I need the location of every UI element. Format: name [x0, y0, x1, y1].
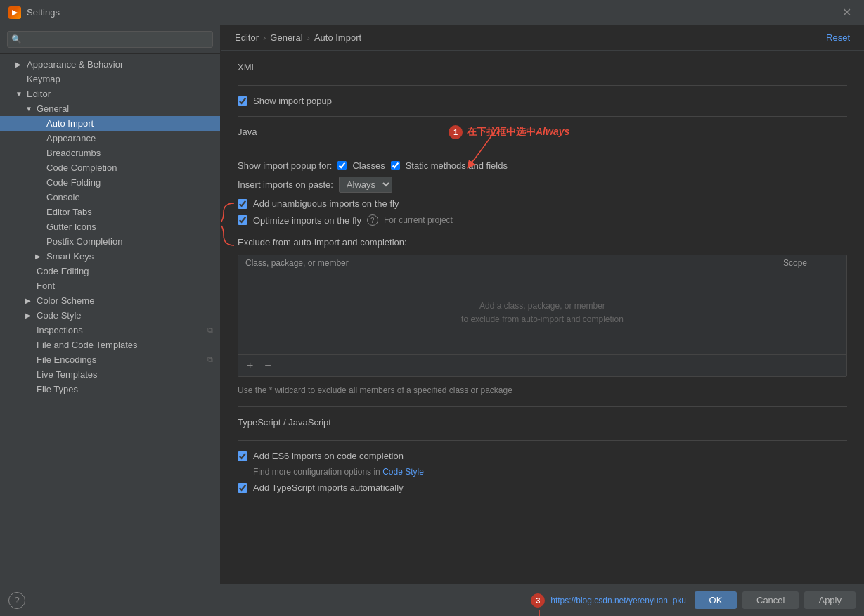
cancel-button[interactable]: Cancel: [742, 591, 799, 609]
sidebar-item-file-encodings[interactable]: File Encodings ⧉: [0, 352, 220, 367]
xml-section-title: XML: [238, 62, 847, 75]
exclude-label: Exclude from auto-import and completion:: [238, 237, 847, 248]
sidebar-item-postfix-completion[interactable]: Postfix Completion: [0, 234, 220, 249]
annotation1-container: 1 在下拉框中选中Always Show import popup for:: [238, 160, 847, 171]
optimize-imports-row: Optimize imports on the fly ? For curren…: [238, 214, 847, 226]
search-wrapper: 🔍: [7, 31, 213, 48]
copy-icon: ⧉: [207, 326, 213, 335]
sidebar-item-color-scheme[interactable]: ▶ Color Scheme: [0, 293, 220, 308]
es6-imports-row: Add ES6 imports on code completion: [238, 451, 847, 461]
sidebar-item-label: Appearance: [46, 133, 96, 143]
sidebar-item-label: Breadcrumbs: [46, 148, 101, 158]
sidebar-item-editor[interactable]: ▼ Editor: [0, 86, 220, 101]
sidebar-item-label: Code Completion: [46, 162, 117, 173]
sidebar-item-live-templates[interactable]: Live Templates: [0, 367, 220, 382]
breadcrumb-separator: ›: [263, 32, 266, 43]
exclude-section: Exclude from auto-import and completion:…: [238, 237, 847, 397]
sidebar-item-console[interactable]: Console: [0, 190, 220, 205]
typescript-section-title: TypeScript / JavaScript: [238, 417, 847, 430]
add-typescript-checkbox[interactable]: [238, 483, 247, 493]
show-import-popup-row: Show import popup for: Classes Static me…: [238, 160, 847, 171]
app-icon: ▶: [8, 6, 21, 19]
sidebar-tree: ▶ Appearance & Behavior Keymap ▼ Editor …: [0, 54, 220, 584]
sidebar-item-file-types[interactable]: File Types: [0, 382, 220, 397]
sidebar-item-label: Code Editing: [37, 266, 89, 276]
title-bar: ▶ Settings ✕: [0, 0, 864, 25]
sidebar-item-label: Color Scheme: [37, 295, 94, 306]
optimize-imports-checkbox[interactable]: [238, 215, 247, 225]
arrow-icon: ▶: [25, 312, 34, 319]
sidebar-item-editor-tabs[interactable]: Editor Tabs: [0, 205, 220, 219]
exclude-table-header: Class, package, or member Scope: [238, 255, 846, 271]
breadcrumb-part-1: Editor: [235, 32, 259, 43]
sidebar-item-label: Smart Keys: [46, 251, 94, 262]
add-unambiguous-checkbox[interactable]: [238, 199, 247, 209]
help-button[interactable]: ?: [8, 592, 25, 609]
close-button[interactable]: ✕: [838, 4, 856, 20]
content-panel: Editor › General › Auto Import Reset XML…: [221, 25, 864, 584]
sidebar-item-label: Code Style: [37, 310, 82, 321]
curly-brace: [221, 200, 238, 249]
copy-icon: ⧉: [207, 355, 213, 364]
sidebar-item-general[interactable]: ▼ General: [0, 101, 220, 116]
insert-imports-row: Insert imports on paste: Always Ask Neve…: [238, 177, 847, 193]
sidebar-item-appearance-behavior[interactable]: ▶ Appearance & Behavior: [0, 57, 220, 72]
sidebar-item-smart-keys[interactable]: ▶ Smart Keys: [0, 249, 220, 264]
sidebar-item-file-code-templates[interactable]: File and Code Templates: [0, 338, 220, 352]
sidebar-item-gutter-icons[interactable]: Gutter Icons: [0, 219, 220, 234]
search-input[interactable]: [7, 31, 213, 48]
remove-exclude-button[interactable]: −: [260, 358, 275, 373]
sidebar-item-code-completion[interactable]: Code Completion: [0, 160, 220, 175]
apply-button[interactable]: Apply: [804, 591, 856, 609]
add-unambiguous-row: Add unambiguous imports on the fly: [238, 198, 847, 209]
insert-imports-label: Insert imports on paste:: [238, 179, 333, 190]
ok-button[interactable]: OK: [695, 591, 737, 609]
bottom-bar: ? 3 https://blog.csdn.net/yerenyuan_pku …: [0, 584, 864, 616]
insert-imports-select[interactable]: Always Ask Never: [339, 177, 392, 193]
help-icon[interactable]: ?: [367, 214, 378, 226]
xml-show-import-popup-checkbox[interactable]: [238, 96, 247, 106]
sidebar-item-label: Code Folding: [46, 177, 101, 188]
col-class-header: Class, package, or member: [245, 258, 783, 268]
sidebar-item-inspections[interactable]: Inspections ⧉: [0, 323, 220, 338]
action-buttons: OK Cancel Apply: [695, 591, 856, 609]
annotation-3-bubble: 3: [531, 593, 545, 608]
exclude-table-body: Add a class, package, or member to exclu…: [238, 271, 846, 354]
search-box: 🔍: [0, 25, 220, 54]
sidebar-item-auto-import[interactable]: Auto Import: [0, 116, 220, 131]
breadcrumb-separator: ›: [307, 32, 310, 43]
sidebar-item-label: General: [37, 103, 69, 114]
add-typescript-label: Add TypeScript imports automatically: [253, 482, 404, 493]
annotation2-area: 2 在这两个选项前面打上勾 Add unambiguous imports on…: [238, 198, 847, 226]
sidebar: 🔍 ▶ Appearance & Behavior Keymap ▼ Edito…: [0, 25, 221, 584]
es6-imports-checkbox[interactable]: [238, 451, 247, 461]
add-exclude-button[interactable]: +: [243, 358, 257, 373]
sidebar-item-code-folding[interactable]: Code Folding: [0, 175, 220, 190]
find-more-label: Find more configuration options in: [253, 467, 380, 477]
sidebar-item-label: File and Code Templates: [37, 340, 138, 350]
annotation3-area: 3: [531, 593, 545, 608]
reset-button[interactable]: Reset: [826, 32, 850, 43]
add-typescript-row: Add TypeScript imports automatically: [238, 482, 847, 493]
sidebar-item-appearance[interactable]: Appearance: [0, 131, 220, 146]
sidebar-item-keymap[interactable]: Keymap: [0, 72, 220, 86]
code-style-link[interactable]: Code Style: [382, 467, 424, 477]
es6-imports-label: Add ES6 imports on code completion: [253, 451, 404, 461]
sidebar-item-breadcrumbs[interactable]: Breadcrumbs: [0, 146, 220, 160]
optimize-imports-label: Optimize imports on the fly: [253, 215, 361, 226]
add-unambiguous-label: Add unambiguous imports on the fly: [253, 198, 399, 209]
search-icon: 🔍: [11, 34, 22, 44]
sidebar-item-code-editing[interactable]: Code Editing: [0, 264, 220, 278]
static-methods-label: Static methods and fields: [406, 160, 508, 171]
arrow-icon: ▶: [35, 252, 44, 260]
arrow-icon: ▶: [15, 60, 24, 68]
breadcrumb-part-3: Auto Import: [314, 32, 361, 43]
sidebar-item-font[interactable]: Font: [0, 278, 220, 293]
sidebar-item-label: Appearance & Behavior: [27, 59, 123, 70]
sidebar-item-label: Live Templates: [37, 369, 97, 380]
sidebar-item-code-style[interactable]: ▶ Code Style: [0, 308, 220, 323]
java-section-title: Java: [238, 127, 847, 140]
for-current-project-label: For current project: [384, 215, 453, 225]
static-methods-checkbox[interactable]: [391, 161, 400, 170]
classes-checkbox[interactable]: [337, 161, 347, 170]
